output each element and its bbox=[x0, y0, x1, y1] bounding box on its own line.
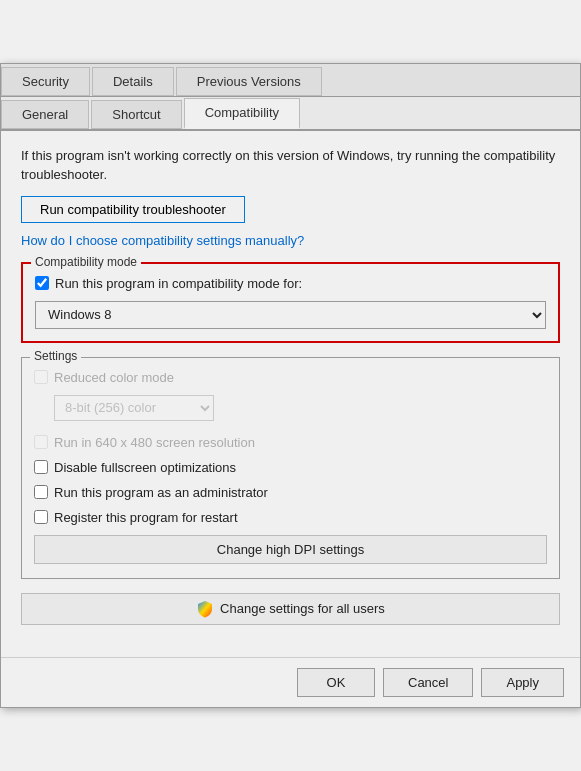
restart-row: Register this program for restart bbox=[34, 510, 547, 525]
footer: OK Cancel Apply bbox=[1, 657, 580, 707]
restart-checkbox[interactable] bbox=[34, 510, 48, 524]
restart-label[interactable]: Register this program for restart bbox=[54, 510, 238, 525]
compatibility-mode-group: Compatibility mode Run this program in c… bbox=[21, 262, 560, 343]
settings-group-label: Settings bbox=[30, 349, 81, 363]
reduced-color-row: Reduced color mode bbox=[34, 370, 547, 385]
tab-compatibility[interactable]: Compatibility bbox=[184, 98, 300, 129]
fullscreen-checkbox[interactable] bbox=[34, 460, 48, 474]
allusers-label: Change settings for all users bbox=[220, 601, 385, 616]
settings-group: Settings Reduced color mode 8-bit (256) … bbox=[21, 357, 560, 579]
reduced-color-label: Reduced color mode bbox=[54, 370, 174, 385]
content-area: If this program isn't working correctly … bbox=[1, 131, 580, 656]
troubleshooter-button[interactable]: Run compatibility troubleshooter bbox=[21, 196, 245, 223]
apply-button[interactable]: Apply bbox=[481, 668, 564, 697]
compatibility-mode-label: Compatibility mode bbox=[31, 255, 141, 269]
dpi-button[interactable]: Change high DPI settings bbox=[34, 535, 547, 564]
tab-shortcut[interactable]: Shortcut bbox=[91, 100, 181, 129]
tab-general[interactable]: General bbox=[1, 100, 89, 129]
admin-checkbox[interactable] bbox=[34, 485, 48, 499]
resolution-row: Run in 640 x 480 screen resolution bbox=[34, 435, 547, 450]
admin-row: Run this program as an administrator bbox=[34, 485, 547, 500]
shield-icon bbox=[196, 600, 214, 618]
fullscreen-row: Disable fullscreen optimizations bbox=[34, 460, 547, 475]
tabs-row2: General Shortcut Compatibility bbox=[1, 97, 580, 131]
window: Security Details Previous Versions Gener… bbox=[0, 63, 581, 707]
os-select-row: Windows 8 Windows 7 Windows Vista (SP2) … bbox=[35, 301, 546, 329]
admin-label[interactable]: Run this program as an administrator bbox=[54, 485, 268, 500]
ok-button[interactable]: OK bbox=[297, 668, 375, 697]
reduced-color-checkbox[interactable] bbox=[34, 370, 48, 384]
description-text: If this program isn't working correctly … bbox=[21, 147, 560, 183]
tab-previous-versions[interactable]: Previous Versions bbox=[176, 67, 322, 96]
allusers-button[interactable]: Change settings for all users bbox=[21, 593, 560, 625]
os-select[interactable]: Windows 8 Windows 7 Windows Vista (SP2) … bbox=[35, 301, 546, 329]
resolution-label: Run in 640 x 480 screen resolution bbox=[54, 435, 255, 450]
manual-link[interactable]: How do I choose compatibility settings m… bbox=[21, 233, 560, 248]
compat-checkbox[interactable] bbox=[35, 276, 49, 290]
tab-details[interactable]: Details bbox=[92, 67, 174, 96]
compat-checkbox-row: Run this program in compatibility mode f… bbox=[35, 276, 546, 291]
compat-checkbox-label[interactable]: Run this program in compatibility mode f… bbox=[55, 276, 302, 291]
color-mode-select[interactable]: 8-bit (256) color bbox=[54, 395, 214, 421]
fullscreen-label[interactable]: Disable fullscreen optimizations bbox=[54, 460, 236, 475]
tabs-row1: Security Details Previous Versions bbox=[1, 64, 580, 97]
tab-security[interactable]: Security bbox=[1, 67, 90, 96]
resolution-checkbox[interactable] bbox=[34, 435, 48, 449]
cancel-button[interactable]: Cancel bbox=[383, 668, 473, 697]
